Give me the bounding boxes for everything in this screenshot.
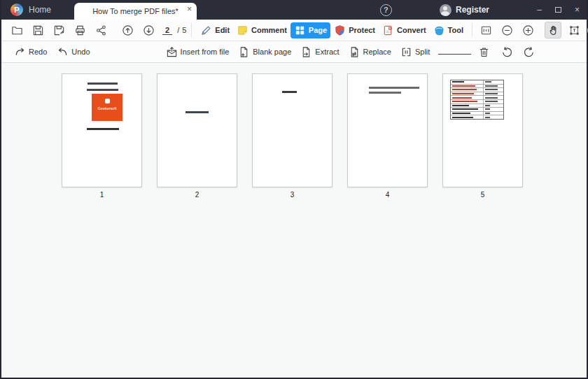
page-indicator: 2 / 5 — [162, 26, 186, 35]
app-window: P Home How To merge PDF files* × ? Regis… — [0, 0, 588, 379]
undo-icon — [57, 46, 69, 58]
page-number: 4 — [386, 191, 390, 199]
tab-edit-label: Edit — [215, 26, 230, 34]
open-file-button[interactable] — [8, 22, 25, 38]
blank-page-icon — [238, 46, 250, 58]
help-icon[interactable]: ? — [380, 4, 392, 16]
convert-doc-icon — [382, 24, 394, 36]
main-toolbar: 2 / 5 Edit Comment Page Protect — [1, 20, 587, 41]
document-tab[interactable]: How To merge PDF files* × — [74, 3, 197, 20]
save-as-button[interactable] — [50, 22, 67, 38]
page-5[interactable] — [442, 73, 523, 187]
toolbar-separator — [472, 23, 472, 37]
tab-comment[interactable]: Comment — [233, 22, 290, 38]
page-thumbnail-4: 4 — [347, 73, 428, 199]
page-number: 1 — [100, 191, 104, 199]
redo-button[interactable]: Redo — [14, 46, 47, 58]
page-thumbnail-5: 5 — [442, 73, 523, 199]
minus-circle-icon — [501, 24, 513, 36]
insert-from-file-button[interactable]: Insert from file — [166, 46, 230, 58]
tab-page-label: Page — [309, 26, 327, 34]
maximize-button[interactable] — [549, 0, 568, 20]
current-page-input[interactable]: 2 — [162, 26, 172, 35]
redo-icon — [14, 46, 26, 58]
page-3[interactable] — [252, 73, 332, 187]
share-button[interactable] — [92, 22, 109, 38]
print-icon — [74, 24, 86, 36]
rotate-cw-icon — [523, 46, 535, 58]
print-button[interactable] — [71, 22, 88, 38]
page-number: 5 — [481, 191, 485, 199]
save-icon — [32, 24, 44, 36]
close-button[interactable]: × — [568, 0, 587, 20]
undo-button[interactable]: Undo — [57, 46, 90, 58]
minimize-button[interactable]: – — [530, 0, 549, 20]
rotate-left-button[interactable] — [501, 46, 513, 58]
redo-label: Redo — [29, 48, 47, 56]
logo-glyph-icon — [105, 99, 110, 103]
document-tab-title: How To merge PDF files* — [92, 7, 178, 15]
text-line — [369, 87, 419, 89]
tab-convert[interactable]: Convert — [379, 22, 430, 38]
select-tool-button[interactable] — [566, 22, 582, 38]
tab-protect-label: Protect — [349, 26, 375, 34]
page-4[interactable] — [347, 73, 428, 187]
rotate-ccw-icon — [501, 46, 513, 58]
tab-close-icon[interactable]: × — [187, 5, 192, 13]
page-grid-icon — [294, 24, 306, 36]
replace-button[interactable]: Replace — [349, 46, 391, 58]
tab-edit[interactable]: Edit — [197, 22, 233, 38]
page-1[interactable]: Geekersoft — [62, 73, 142, 187]
blank-page-label: Blank page — [253, 48, 291, 56]
logo-text: Geekersoft — [92, 106, 122, 110]
next-page-button[interactable] — [140, 22, 157, 38]
rotate-right-button[interactable] — [523, 46, 535, 58]
page-thumbnail-2: 2 — [157, 73, 237, 199]
page-number: 3 — [290, 191, 295, 199]
text-line — [186, 111, 209, 113]
shield-icon — [334, 24, 346, 36]
tab-comment-label: Comment — [251, 26, 287, 34]
zoom-out-button[interactable] — [498, 22, 515, 38]
page-actions-bar: Redo Undo Insert from file Blank page Ex… — [1, 41, 587, 63]
save-button[interactable] — [29, 22, 46, 38]
insert-from-file-label: Insert from file — [181, 48, 230, 56]
window-controls: – × — [530, 0, 587, 20]
text-line — [88, 83, 118, 85]
mini-table — [450, 80, 504, 120]
blank-page-button[interactable]: Blank page — [238, 46, 291, 58]
register-label: Register — [456, 5, 489, 15]
page-2[interactable] — [157, 73, 237, 187]
replace-label: Replace — [363, 48, 391, 56]
undo-label: Undo — [71, 48, 90, 56]
tab-tool[interactable]: Tool — [430, 22, 467, 38]
text-line — [369, 92, 401, 94]
hand-icon — [547, 24, 559, 36]
extract-button[interactable]: Extract — [300, 46, 339, 58]
text-line — [87, 89, 118, 91]
extract-page-icon — [300, 46, 312, 58]
split-button[interactable]: Split — [400, 46, 430, 58]
page-separator: / — [177, 26, 179, 34]
titlebar-right-group: ? Register – × — [380, 0, 587, 20]
toolbar-separator — [191, 23, 192, 37]
total-pages: 5 — [182, 26, 186, 34]
register-button[interactable]: Register — [440, 4, 489, 16]
tool-bucket-icon — [433, 24, 445, 36]
arrow-up-circle-icon — [122, 24, 134, 36]
fit-width-button[interactable] — [477, 22, 494, 38]
trash-icon — [478, 46, 490, 58]
hand-tool-button[interactable] — [545, 22, 561, 38]
share-icon — [95, 24, 107, 36]
replace-page-icon — [349, 46, 360, 58]
select-frame-icon — [568, 24, 580, 36]
home-button[interactable]: Home — [29, 5, 51, 15]
maximize-icon — [555, 7, 561, 13]
tab-page[interactable]: Page — [290, 22, 330, 38]
page-thumbnail-1: Geekersoft 1 — [62, 73, 142, 199]
delete-page-button[interactable] — [478, 46, 490, 58]
tab-protect[interactable]: Protect — [330, 22, 379, 38]
previous-page-button[interactable] — [119, 22, 136, 38]
zoom-in-button[interactable] — [519, 22, 536, 38]
title-bar: P Home How To merge PDF files* × ? Regis… — [1, 0, 587, 20]
